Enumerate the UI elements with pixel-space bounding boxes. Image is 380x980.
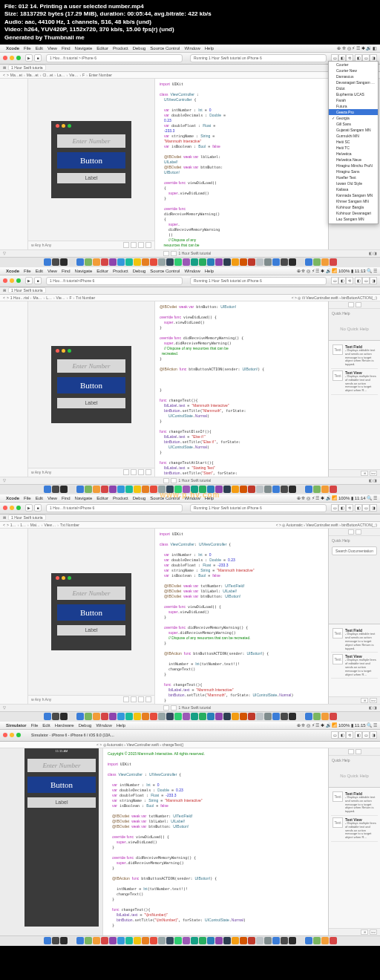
dock-app-icon[interactable] — [76, 486, 84, 493]
dock-app-icon[interactable] — [240, 486, 247, 493]
dock-app-icon[interactable] — [297, 713, 304, 720]
dock-app-icon[interactable] — [109, 937, 117, 944]
menu-product[interactable]: Product — [113, 46, 128, 50]
dock-app-icon[interactable] — [134, 258, 141, 266]
main-button[interactable]: Button — [57, 377, 125, 393]
main-button[interactable]: Button — [57, 152, 125, 169]
minimize-icon[interactable] — [10, 278, 14, 283]
filter-icon[interactable]: ⊞ — [361, 471, 368, 476]
dock-app-icon[interactable] — [117, 713, 125, 720]
font-option[interactable]: Courier New — [329, 68, 378, 74]
dock-app-icon[interactable] — [330, 258, 337, 266]
stop-button[interactable]: ■ — [34, 277, 42, 284]
code-editor[interactable]: import UIKit class ViewController: UIVie… — [154, 529, 328, 704]
dock-app-icon[interactable] — [142, 258, 149, 266]
app-name[interactable]: Xcode — [6, 269, 19, 273]
dock-app-icon[interactable] — [52, 258, 59, 266]
font-option[interactable]: Geeza Pro — [329, 109, 378, 115]
font-option[interactable]: Didot — [329, 85, 378, 91]
menu-view[interactable]: View — [48, 46, 57, 50]
font-option[interactable]: Heiti SC — [329, 139, 378, 145]
dock-app-icon[interactable] — [166, 937, 174, 944]
lib-text-field[interactable]: TextText Field - Displays editable text … — [331, 343, 378, 369]
interface-builder-canvas[interactable]: Enter Number Button Label w Any h Any — [28, 301, 154, 477]
dock-app-icon[interactable] — [85, 937, 92, 944]
dock-app-icon[interactable] — [60, 258, 68, 266]
dock-app-icon[interactable] — [60, 486, 68, 493]
run-button[interactable]: ▶ — [25, 277, 33, 284]
menu-window[interactable]: Window — [184, 46, 200, 50]
font-option[interactable]: Courier — [329, 62, 378, 68]
dock-app-icon[interactable] — [93, 713, 100, 720]
dock-app-icon[interactable] — [248, 258, 255, 266]
dock-app-icon[interactable] — [85, 486, 92, 493]
dock-app-icon[interactable] — [109, 258, 117, 266]
dock-app-icon[interactable] — [158, 713, 166, 720]
tab-item[interactable]: 1 Hour Swift tutoria — [8, 514, 46, 520]
dock-app-icon[interactable] — [199, 486, 206, 493]
lib-text-view[interactable]: TextText View - Displays multiple lines … — [331, 653, 378, 679]
dock-app-icon[interactable] — [101, 486, 108, 493]
jump-bar[interactable]: < > ◎ Automatic › ViewController.swift ›… — [0, 742, 380, 748]
dock-app-icon[interactable] — [199, 258, 206, 266]
dock-app-icon[interactable] — [281, 713, 288, 720]
dock-app-icon[interactable] — [174, 258, 182, 266]
dock-app-icon[interactable] — [256, 713, 263, 720]
menubar-extras[interactable]: ⊕ ❊ ◎ ⚡︎ ☰ ✱ 🔊 ◧ — [337, 45, 377, 50]
result-label[interactable]: Label — [57, 625, 125, 636]
close-icon[interactable] — [3, 278, 7, 283]
resize-icon[interactable] — [145, 242, 151, 248]
dock-app-icon[interactable] — [93, 486, 100, 493]
dock-app-icon[interactable] — [281, 258, 288, 266]
dock-app-icon[interactable] — [150, 713, 157, 720]
font-option[interactable]: Khmer Sangam MN — [329, 198, 378, 204]
dock-app-icon[interactable] — [183, 258, 190, 266]
font-option[interactable]: Kailasa — [329, 186, 378, 192]
dock-app-icon[interactable] — [44, 486, 51, 493]
dock-app-icon[interactable] — [207, 713, 214, 720]
navigator-area[interactable] — [0, 79, 28, 249]
left-panel-icon[interactable]: ◧ — [355, 277, 362, 284]
font-option[interactable]: Gujarati Sangam MN — [329, 127, 378, 133]
pin-icon[interactable] — [131, 242, 137, 248]
dock-app-icon[interactable] — [68, 486, 76, 493]
dock-app-icon[interactable] — [142, 713, 149, 720]
dock-app-icon[interactable] — [223, 713, 231, 720]
align-icon[interactable] — [123, 242, 129, 248]
dock-app-icon[interactable] — [297, 486, 304, 493]
dock-app-icon[interactable] — [272, 486, 280, 493]
search-documentation-button[interactable]: Search Documentation — [332, 546, 377, 555]
macos-dock[interactable] — [0, 257, 380, 267]
dock-app-icon[interactable] — [313, 258, 321, 266]
dock-app-icon[interactable] — [117, 937, 125, 944]
device-preview[interactable]: Enter Number Button Label — [51, 346, 131, 423]
dock-app-icon[interactable] — [109, 486, 117, 493]
dock-app-icon[interactable] — [44, 937, 51, 944]
dock-app-icon[interactable] — [289, 258, 296, 266]
font-option[interactable]: Lao Sangam MN — [329, 216, 378, 222]
minimize-icon[interactable] — [10, 506, 14, 510]
close-icon[interactable] — [3, 56, 7, 60]
dock-app-icon[interactable] — [264, 258, 272, 266]
dock-app-icon[interactable] — [272, 713, 280, 720]
dock-app-icon[interactable] — [207, 258, 214, 266]
dock-app-icon[interactable] — [44, 713, 51, 720]
dock-app-icon[interactable] — [264, 486, 272, 493]
code-editor[interactable]: Copyright © 2015 Mammoth Interactive. Al… — [102, 748, 328, 935]
simulator-window[interactable]: 11:15 AM Enter Number Button Label — [21, 748, 102, 935]
font-option[interactable]: Devanagari Sangam MN — [329, 79, 378, 85]
dock-app-icon[interactable] — [76, 258, 84, 266]
dock-app-icon[interactable] — [207, 486, 214, 493]
dock-app-icon[interactable] — [305, 937, 312, 944]
dock-app-icon[interactable] — [330, 713, 337, 720]
zoom-icon[interactable] — [16, 278, 21, 283]
menubar-extras[interactable]: ⊕ ❊ ◎ ⚡︎ ☰ ✱ 🔊 📶 100% ▮ 11:14 🔍 ☰ — [297, 495, 377, 500]
dock-app-icon[interactable] — [158, 486, 166, 493]
dock-app-icon[interactable] — [330, 937, 337, 944]
menu-find[interactable]: Find — [62, 46, 71, 50]
identity-icon[interactable] — [348, 302, 354, 307]
dock-app-icon[interactable] — [183, 713, 190, 720]
dock-app-icon[interactable] — [142, 486, 149, 493]
dock-app-icon[interactable] — [297, 937, 304, 944]
jump-bar[interactable]: <> 1 Hou…rial› Ma…› L…› Vie…› F› Txt Num… — [0, 295, 380, 301]
